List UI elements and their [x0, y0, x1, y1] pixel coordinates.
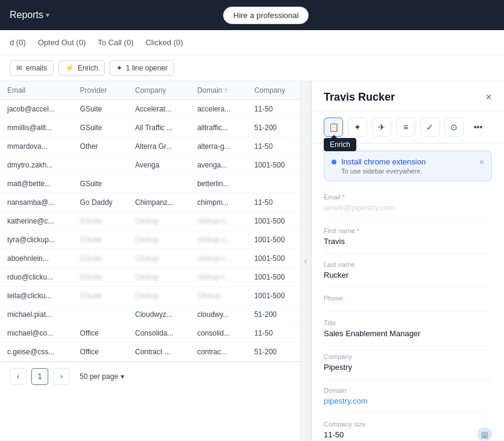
- field-value: Travis: [324, 237, 492, 246]
- field-value: Rucker: [324, 271, 492, 280]
- cell-provider: GSuite: [73, 268, 128, 287]
- table-row[interactable]: nansamba@... Go Daddy Chimpanz... chimpm…: [0, 193, 300, 212]
- table-row[interactable]: katherine@c... GSuite Clickup clickup-c.…: [0, 212, 300, 231]
- tab-d[interactable]: d (0): [10, 36, 26, 49]
- cell-email: tyra@clickup...: [0, 231, 73, 249]
- cell-provider: GSuite: [73, 119, 128, 137]
- table-row[interactable]: aboehnlein... GSuite Clickup clickup-c..…: [0, 249, 300, 268]
- panel-title: Travis Rucker: [324, 91, 395, 104]
- cell-company: Clickup: [128, 212, 190, 231]
- enrich-tooltip: Enrich: [324, 138, 356, 151]
- table-row[interactable]: michael.piat... Cloudwyz... cloudwy... 5…: [0, 305, 300, 324]
- cell-email: dmytro.zakh...: [0, 156, 73, 175]
- sort-icon: ↑: [224, 86, 228, 95]
- table-row[interactable]: mmillis@allt... GSuite All Traffic ... a…: [0, 119, 300, 137]
- field-group: CompanyPipestry: [324, 353, 492, 380]
- email-icon: ✉: [16, 64, 22, 72]
- cell-company: All Traffic ...: [128, 119, 190, 137]
- field-group: TitleSales Enablement Manager: [324, 319, 492, 346]
- col-domain[interactable]: Domain ↑: [190, 81, 247, 100]
- panel-icon-notes[interactable]: ≡: [396, 117, 415, 137]
- chevron-down-icon: ▾: [46, 11, 49, 19]
- line-opener-button[interactable]: ✦ 1 line opener: [110, 60, 174, 76]
- page-1-button[interactable]: 1: [31, 368, 48, 385]
- cell-provider: Office: [73, 324, 128, 343]
- enrich-button[interactable]: ⚡ Enrich: [58, 60, 105, 76]
- chrome-banner-close-button[interactable]: ×: [479, 157, 484, 167]
- hire-professional-button[interactable]: Hire a professional: [223, 7, 309, 24]
- panel-more-button[interactable]: •••: [468, 117, 488, 137]
- field-group: First name *Travis: [324, 227, 492, 254]
- collapse-handle[interactable]: ‹: [300, 81, 311, 440]
- cell-company: Alterra Gr...: [128, 137, 190, 156]
- panel-icon-tasks[interactable]: ✓: [420, 117, 439, 137]
- field-label: Last name: [324, 261, 492, 268]
- next-page-button[interactable]: ›: [53, 368, 70, 385]
- table-row[interactable]: rduo@clicku... GSuite Clickup clickup-c.…: [0, 268, 300, 287]
- field-label: Email *: [324, 193, 492, 201]
- chrome-extension-title: Install chrome extension: [341, 157, 426, 166]
- table-row[interactable]: tyra@clickup... GSuite Clickup clickup-c…: [0, 231, 300, 249]
- company-size-icon: 🏢: [477, 427, 492, 440]
- field-label: Company size: [324, 421, 492, 428]
- field-value: Pipestry: [324, 363, 492, 372]
- emails-button[interactable]: ✉ emails: [10, 60, 54, 76]
- chrome-dot-icon: [332, 160, 336, 164]
- cell-size: 11-50: [247, 324, 300, 343]
- tab-to-call[interactable]: To Call (0): [98, 36, 133, 49]
- cell-email: michael@co...: [0, 324, 73, 343]
- prev-page-button[interactable]: ‹: [10, 368, 27, 385]
- panel-icon-contact[interactable]: 📋: [324, 117, 343, 137]
- cell-domain: alterra-g...: [190, 137, 247, 156]
- table-row[interactable]: jacob@accel... GSuite Accelerat... accel…: [0, 100, 300, 119]
- panel-close-button[interactable]: ×: [485, 91, 492, 104]
- field-value: Sales Enablement Manager: [324, 329, 492, 338]
- cell-provider: GSuite: [73, 249, 128, 268]
- cell-domain: cloudwy...: [190, 305, 247, 324]
- cell-domain: contrac...: [190, 343, 247, 361]
- tab-clicked[interactable]: Clicked (0): [145, 36, 183, 49]
- cell-domain: Clickup: [190, 287, 247, 305]
- cell-company: Chimpanz...: [128, 193, 190, 212]
- cell-domain: chimpm...: [190, 193, 247, 212]
- field-value: pipestry.com: [324, 396, 492, 405]
- cell-size: 11-50: [247, 100, 300, 119]
- table-container: Email Provider Company Domain ↑ Company …: [0, 81, 300, 440]
- panel-icon-integrations[interactable]: ⊙: [444, 117, 464, 137]
- panel-icons-row: 📋 ✦ ✈ ≡ ✓ ⊙ ••• Enrich: [312, 111, 504, 143]
- col-company-size: Company: [247, 81, 300, 100]
- field-label: Company: [324, 353, 492, 360]
- cell-company: Clickup: [128, 231, 190, 249]
- tab-opted-out[interactable]: Opted Out (0): [38, 36, 86, 49]
- table-row[interactable]: michael@co... Office Consolida... consol…: [0, 324, 300, 343]
- field-group: Email *amelr@pipestry.com: [324, 193, 492, 220]
- table-row[interactable]: dmytro.zakh... Avenga avenga... 1001-500: [0, 156, 300, 175]
- panel-header: Travis Rucker ×: [312, 81, 504, 111]
- chrome-extension-banner: Install chrome extension To use sidebar …: [324, 151, 492, 181]
- table-row[interactable]: mmardova... Other Alterra Gr... alterra-…: [0, 137, 300, 156]
- field-label: Title: [324, 319, 492, 327]
- main-layout: Email Provider Company Domain ↑ Company …: [0, 81, 504, 440]
- cell-domain: clickup-c...: [190, 212, 247, 231]
- cell-size: 1001-500: [247, 212, 300, 231]
- panel-icon-send[interactable]: ✈: [372, 117, 391, 137]
- table-row[interactable]: leila@clicku... GSuite Clickup Clickup 1…: [0, 287, 300, 305]
- cell-size: 51-200: [247, 119, 300, 137]
- cell-company: Clickup: [128, 287, 190, 305]
- cell-size: 51-200: [247, 343, 300, 361]
- reports-menu[interactable]: Reports ▾: [10, 10, 49, 20]
- cell-size: 1001-500: [247, 268, 300, 287]
- reports-label: Reports: [10, 10, 43, 20]
- cell-provider: GSuite: [73, 287, 128, 305]
- side-panel: Travis Rucker × 📋 ✦ ✈ ≡ ✓ ⊙ ••• Enrich I…: [311, 81, 504, 440]
- table-row[interactable]: c.geise@css... Office Contract ... contr…: [0, 343, 300, 361]
- field-group: Last nameRucker: [324, 261, 492, 287]
- per-page-selector[interactable]: 50 per page ▾: [80, 372, 124, 381]
- panel-icon-ai[interactable]: ✦: [348, 117, 367, 137]
- cell-size: 1001-500: [247, 249, 300, 268]
- cell-domain: avenga...: [190, 156, 247, 175]
- table-row[interactable]: matt@bette... GSuite betterlin...: [0, 175, 300, 193]
- cell-company: Avenga: [128, 156, 190, 175]
- cell-domain: clickup-c...: [190, 249, 247, 268]
- cell-email: mmillis@allt...: [0, 119, 73, 137]
